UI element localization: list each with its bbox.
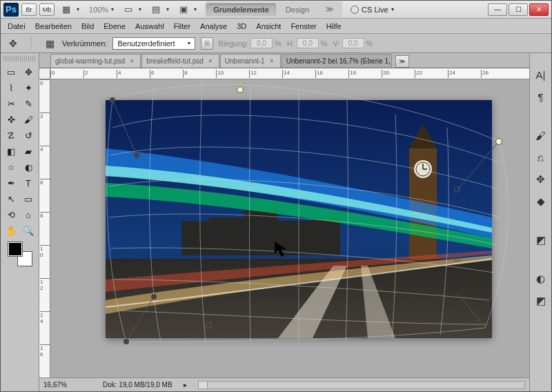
app-logo-photoshop: Ps [3, 3, 19, 17]
tool-rect-marquee[interactable]: ▭ [3, 64, 19, 79]
menu-bild[interactable]: Bild [81, 22, 94, 30]
menu-hilfe[interactable]: Hilfe [326, 22, 342, 30]
image-content [106, 100, 492, 338]
document-canvas[interactable] [106, 100, 492, 338]
tool-eyedropper[interactable]: ✎ [20, 96, 37, 111]
dropdown-icon[interactable]: ▾ [164, 3, 172, 16]
workspace-switcher: Grundelemente Design ≫ [205, 1, 342, 17]
dropdown-icon[interactable]: ▾ [74, 3, 82, 16]
svg-point-17 [496, 139, 502, 145]
filmstrip-icon[interactable]: ▦ [59, 3, 74, 16]
window-minimize-button[interactable]: — [488, 3, 507, 16]
document-tab[interactable]: Unbenannt-1× [220, 54, 281, 68]
color-swatches[interactable] [8, 242, 32, 266]
screen-mode-icon[interactable]: ▣ [176, 3, 191, 16]
workspace-more-icon[interactable]: ≫ [319, 3, 341, 16]
tool-shape[interactable]: ▭ [20, 191, 37, 206]
warp-preset-dropdown[interactable]: Benutzerdefiniert▾ [112, 37, 195, 50]
tabs-overflow-icon[interactable]: ≫ [395, 55, 409, 68]
tool-magic-wand[interactable]: ✦ [20, 80, 37, 95]
tool-path-select[interactable]: ↖ [3, 191, 19, 206]
menu-filter[interactable]: Filter [174, 22, 190, 30]
tool-lasso[interactable]: ⌇ [3, 80, 19, 95]
mini-bridge-button[interactable]: Mb [39, 3, 55, 16]
styles-panel-icon[interactable]: ◆ [533, 194, 549, 209]
svg-point-16 [237, 87, 244, 93]
menu-bearbeiten[interactable]: Bearbeiten [35, 22, 72, 30]
tool-preset-icon[interactable]: ✥ [6, 37, 20, 50]
adjustments-panel-icon[interactable]: ◐ [533, 271, 549, 286]
dropdown-icon[interactable]: ▾ [136, 3, 144, 16]
tool-3d-rotate[interactable]: ⟲ [3, 207, 19, 222]
ruler-origin[interactable] [39, 68, 50, 79]
tool-spot-heal[interactable]: ✜ [3, 112, 19, 127]
window-close-button[interactable]: ✕ [529, 3, 549, 16]
document-tab[interactable]: breakeffekt-tut.psd× [141, 54, 219, 68]
canvas-area[interactable] [50, 79, 529, 378]
menu-ebene[interactable]: Ebene [103, 22, 126, 30]
brush-panel-icon[interactable]: 🖌 [533, 128, 549, 143]
ruler-vertical[interactable]: 024681 01 21 41 6 [39, 79, 50, 378]
status-zoom[interactable]: 16,67% [43, 381, 92, 389]
menu-ansicht[interactable]: Ansicht [256, 22, 281, 30]
tool-hand[interactable]: ✋ [3, 223, 19, 238]
tool-brush[interactable]: 🖌 [20, 112, 37, 127]
tool-blur[interactable]: ○ [3, 159, 19, 175]
menu-auswahl[interactable]: Auswahl [135, 22, 164, 30]
tool-type[interactable]: T [20, 175, 37, 190]
close-tab-icon[interactable]: × [206, 57, 215, 66]
tool-move[interactable]: ✥ [20, 64, 37, 79]
workspace-essentials[interactable]: Grundelemente [206, 3, 276, 16]
window-maximize-button[interactable]: ☐ [509, 3, 528, 16]
bridge-button[interactable]: Br [21, 3, 37, 16]
menu-fenster[interactable]: Fenster [290, 22, 316, 30]
tool-history-brush[interactable]: ↺ [20, 128, 37, 143]
tool-eraser[interactable]: ◧ [3, 144, 19, 159]
tool-pen[interactable]: ✒ [3, 175, 19, 190]
paragraph-panel-icon[interactable]: ¶ [533, 89, 549, 104]
tool-presets-icon[interactable]: ✥ [533, 172, 549, 187]
status-doc-size[interactable]: Dok: 19,0 MB/19,0 MB [103, 381, 172, 389]
toolbox-grip-icon[interactable] [3, 56, 37, 61]
menu-datei[interactable]: Datei [8, 22, 26, 30]
document-tab[interactable]: global-warming-tut.psd× [50, 54, 141, 68]
tool-crop[interactable]: ✂ [3, 96, 19, 111]
arrange-docs-icon[interactable]: ▤ [148, 3, 164, 16]
dropdown-icon[interactable]: ▾ [191, 3, 199, 16]
chevron-down-icon: ▾ [188, 40, 190, 46]
tool-gradient[interactable]: ▰ [20, 144, 37, 159]
menu-3d[interactable]: 3D [237, 22, 246, 30]
warp-grid-icon[interactable]: ▦ [43, 37, 57, 50]
tool-clone-stamp[interactable]: ☡ [3, 128, 19, 143]
tool-3d-camera[interactable]: ⌂ [20, 207, 37, 222]
title-bar: Ps Br Mb ▦▾ 100%▾ ▭▾ ▤▾ ▣▾ Grundelemente… [1, 1, 551, 19]
close-tab-icon[interactable]: × [128, 57, 136, 66]
character-panel-icon[interactable]: A| [533, 67, 549, 82]
foreground-color-swatch[interactable] [8, 242, 22, 256]
horizontal-scrollbar[interactable] [198, 381, 525, 389]
dropdown-icon[interactable]: ▾ [108, 3, 117, 16]
document-tabs: global-warming-tut.psd× breakeffekt-tut.… [39, 53, 529, 68]
workspace-design[interactable]: Design [279, 3, 316, 16]
v-field[interactable]: 0,0 [342, 38, 364, 48]
status-bar: 16,67% Dok: 19,0 MB/19,0 MB ▸ [39, 378, 529, 391]
status-menu-icon[interactable]: ▸ [184, 381, 187, 389]
warp-orientation-icon[interactable]: ⊞ [201, 37, 213, 50]
warp-label: Verkrümmen: [62, 39, 107, 48]
close-tab-icon[interactable]: × [268, 57, 276, 66]
options-bar: ✥ ▦ Verkrümmen: Benutzerdefiniert▾ ⊞ Bie… [1, 34, 551, 53]
cs-live[interactable]: CS Live▾ [351, 6, 394, 14]
ruler-horizontal[interactable]: 02468101214161820222426 [39, 68, 529, 79]
clone-panel-icon[interactable]: ⎌ [533, 150, 549, 165]
tool-dodge[interactable]: ◐ [20, 159, 37, 175]
toolbox: ▭ ✥ ⌇ ✦ ✂ ✎ ✜ 🖌 ☡ ↺ ◧ ▰ ○ ◐ ✒ T ↖ ▭ ⟲ ⌂ [1, 53, 39, 391]
biegung-field[interactable]: 0,0 [250, 38, 273, 48]
3d-panel-icon[interactable]: ◩ [533, 233, 549, 248]
hand-history-icon[interactable]: ▭ [121, 3, 136, 16]
svg-point-14 [124, 339, 129, 344]
document-tab-active[interactable]: Unbenannt-2 bei 16,7% (Ebene 1, RGB/8) *… [282, 54, 392, 68]
masks-panel-icon[interactable]: ◩ [533, 293, 549, 308]
h-field[interactable]: 0,0 [297, 38, 319, 48]
menu-analyse[interactable]: Analyse [200, 22, 227, 30]
tool-zoom[interactable]: 🔍 [20, 223, 37, 238]
